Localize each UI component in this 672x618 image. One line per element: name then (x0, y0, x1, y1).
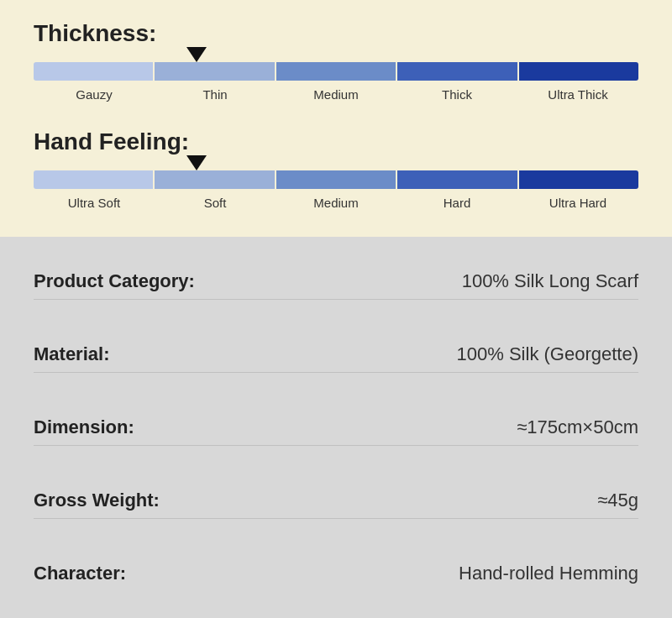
thickness-slider-container (34, 62, 638, 81)
spec-label-2: Dimension: (34, 416, 134, 438)
bottom-section: Product Category:100% Silk Long ScarfMat… (0, 237, 672, 618)
top-section: Thickness: Gauzy Thin Medium Thick Ultra… (0, 0, 672, 237)
spec-row-4: Character:Hand-rolled Hemming (34, 556, 638, 591)
spec-row-0: Product Category:100% Silk Long Scarf (34, 264, 638, 300)
thickness-bar (34, 62, 638, 81)
hand-feeling-bar (34, 170, 638, 189)
thickness-label-1: Gauzy (34, 87, 155, 102)
hand-feeling-label-4: Hard (396, 196, 517, 210)
thickness-arrow (186, 47, 207, 62)
spec-row-1: Material:100% Silk (Georgette) (34, 337, 638, 373)
thickness-label-2: Thin (155, 87, 276, 102)
hand-feeling-labels: Ultra Soft Soft Medium Hard Ultra Hard (34, 196, 638, 210)
thickness-title: Thickness: (34, 20, 638, 47)
hand-feeling-label-2: Soft (155, 196, 276, 210)
hand-feeling-arrow (186, 155, 207, 170)
thickness-segment-4 (397, 62, 517, 81)
thickness-segment-5 (519, 62, 638, 81)
thickness-segment-1 (34, 62, 153, 81)
spec-label-1: Material: (34, 343, 109, 365)
spec-value-4: Hand-rolled Hemming (459, 563, 638, 584)
hand-feeling-segment-2 (155, 170, 274, 189)
spec-label-4: Character: (34, 563, 126, 584)
thickness-segment-2 (155, 62, 274, 81)
spec-value-1: 100% Silk (Georgette) (457, 343, 638, 365)
hand-feeling-segment-3 (276, 170, 396, 189)
thickness-labels: Gauzy Thin Medium Thick Ultra Thick (34, 87, 638, 102)
spec-value-0: 100% Silk Long Scarf (462, 270, 638, 292)
thickness-block: Thickness: Gauzy Thin Medium Thick Ultra… (34, 20, 638, 102)
hand-feeling-segment-5 (519, 170, 638, 189)
thickness-label-3: Medium (276, 87, 396, 102)
hand-feeling-segment-4 (397, 170, 517, 189)
thickness-label-4: Thick (396, 87, 517, 102)
hand-feeling-segment-1 (34, 170, 153, 189)
hand-feeling-label-1: Ultra Soft (34, 196, 155, 210)
thickness-label-5: Ultra Thick (517, 87, 638, 102)
hand-feeling-label-3: Medium (276, 196, 396, 210)
spec-value-2: ≈175cm×50cm (517, 416, 638, 438)
thickness-segment-3 (276, 62, 396, 81)
hand-feeling-block: Hand Feeling: Ultra Soft Soft Medium Har… (34, 128, 638, 210)
hand-feeling-title: Hand Feeling: (34, 128, 638, 155)
hand-feeling-label-5: Ultra Hard (517, 196, 638, 210)
spec-row-2: Dimension:≈175cm×50cm (34, 410, 638, 446)
spec-label-0: Product Category: (34, 270, 195, 292)
hand-feeling-slider-container (34, 170, 638, 189)
spec-value-3: ≈45g (597, 490, 638, 511)
spec-label-3: Gross Weight: (34, 490, 160, 511)
spec-row-3: Gross Weight:≈45g (34, 483, 638, 519)
